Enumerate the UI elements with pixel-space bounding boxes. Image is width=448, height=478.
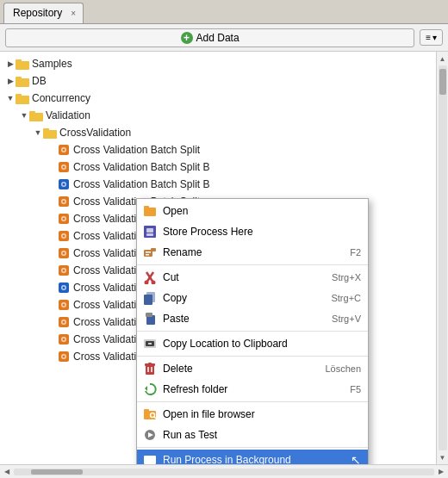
- svg-rect-12: [43, 130, 57, 139]
- horizontal-scrollbar[interactable]: ◀ ▶: [0, 464, 448, 478]
- ctx-item-refresh[interactable]: Refresh folder F5: [137, 379, 368, 400]
- ctx-item-delete[interactable]: Delete Löschen: [137, 358, 368, 379]
- tree-panel: ▶ Samples▶ DB▼ Concurrency▼ Validation▼ …: [0, 52, 448, 464]
- svg-point-48: [63, 338, 65, 341]
- tree-item-cv1[interactable]: Cross Validation Batch Split: [0, 141, 436, 158]
- svg-rect-3: [16, 77, 22, 80]
- toggle-icon[interactable]: ▼: [33, 127, 43, 138]
- scroll-track[interactable]: [439, 65, 447, 450]
- ctx-icon-delete: [142, 361, 158, 376]
- tab-bar: Repository ×: [0, 0, 448, 24]
- hscroll-left-arrow[interactable]: ◀: [2, 467, 12, 477]
- svg-rect-58: [151, 248, 156, 251]
- tree-item-label: Samples: [32, 58, 72, 70]
- menu-button[interactable]: ≡ ▾: [420, 29, 443, 46]
- context-menu-divider: [137, 356, 368, 357]
- process-icon: [57, 195, 71, 208]
- ctx-item-filebrowser[interactable]: Open in file browser: [137, 404, 368, 425]
- folder-open-icon: [43, 126, 57, 140]
- toggle-icon[interactable]: ▶: [5, 59, 16, 69]
- svg-point-21: [63, 183, 65, 186]
- svg-rect-68: [146, 313, 152, 317]
- tree-item-db[interactable]: ▶ DB: [0, 72, 436, 90]
- folder-open-icon: [29, 109, 43, 122]
- svg-point-42: [63, 304, 65, 307]
- tree-item-label: Concurrency: [32, 92, 90, 104]
- ctx-item-cut[interactable]: Cut Strg+X: [137, 267, 368, 288]
- ctx-item-store[interactable]: Store Process Here: [137, 221, 368, 242]
- ctx-icon-copyloc: [142, 336, 158, 351]
- process-icon: [57, 315, 71, 329]
- add-data-button[interactable]: + Add Data: [5, 28, 414, 47]
- svg-rect-79: [144, 409, 149, 412]
- tab-close-button[interactable]: ×: [71, 9, 76, 18]
- svg-rect-1: [16, 59, 22, 63]
- svg-rect-9: [29, 113, 43, 121]
- ctx-label-copyloc: Copy Location to Clipboard: [163, 338, 361, 350]
- svg-rect-74: [148, 363, 152, 364]
- folder-open-icon: [16, 91, 29, 105]
- tree-item-label: CrossValidation: [59, 127, 131, 139]
- tree-item-cv3[interactable]: Cross Validation Batch Split B: [0, 176, 436, 193]
- toggle-icon[interactable]: ▼: [5, 93, 16, 103]
- tree-item-label: Validation: [46, 109, 90, 121]
- ctx-label-delete: Delete: [163, 363, 320, 375]
- process-icon: [57, 177, 71, 191]
- svg-rect-53: [144, 206, 149, 208]
- process-icon: [57, 143, 71, 157]
- ctx-icon-paste: [142, 311, 158, 326]
- ctx-item-paste[interactable]: Paste Strg+V: [137, 308, 368, 329]
- scroll-up-arrow[interactable]: ▲: [438, 53, 448, 64]
- tree-item-concurrency[interactable]: ▼ Concurrency: [0, 90, 436, 107]
- toggle-icon[interactable]: ▶: [5, 76, 16, 86]
- svg-rect-56: [146, 233, 153, 236]
- svg-rect-66: [144, 295, 152, 305]
- ctx-icon-open: [142, 203, 158, 219]
- svg-point-39: [63, 287, 65, 289]
- ctx-label-copy: Copy: [163, 292, 326, 304]
- ctx-label-open: Open: [163, 205, 361, 217]
- svg-point-30: [63, 235, 65, 238]
- ctx-shortcut-cut: Strg+X: [332, 272, 361, 282]
- ctx-label-rename: Rename: [163, 246, 345, 258]
- context-menu-divider: [137, 264, 368, 265]
- process-icon: [57, 246, 71, 260]
- hscroll-right-arrow[interactable]: ▶: [436, 467, 446, 477]
- ctx-shortcut-delete: Löschen: [325, 363, 361, 374]
- tree-item-samples[interactable]: ▶ Samples: [0, 55, 436, 72]
- process-icon: [57, 298, 71, 312]
- toolbar: + Add Data ≡ ▾: [0, 24, 448, 52]
- process-icon: [57, 212, 71, 226]
- ctx-shortcut-copy: Strg+C: [331, 293, 361, 303]
- ctx-item-copyloc[interactable]: Copy Location to Clipboard: [137, 333, 368, 354]
- tree-item-validation[interactable]: ▼ Validation: [0, 107, 436, 124]
- process-icon: [57, 160, 71, 174]
- tree-item-crossvalidation[interactable]: ▼ CrossValidation: [0, 124, 436, 141]
- svg-point-36: [63, 270, 65, 272]
- context-menu: Open Store Process Here Rename F2 Cut St…: [136, 198, 369, 464]
- ctx-label-filebrowser: Open in file browser: [163, 408, 361, 420]
- ctx-item-runtest[interactable]: Run as Test: [137, 425, 368, 445]
- context-menu-divider: [137, 331, 368, 332]
- svg-rect-55: [146, 228, 153, 233]
- vertical-scrollbar[interactable]: ▲ ▼: [436, 52, 448, 464]
- hscroll-thumb[interactable]: [31, 469, 83, 475]
- tree-item-cv2[interactable]: Cross Validation Batch Split B: [0, 158, 436, 176]
- svg-point-15: [63, 149, 65, 152]
- svg-marker-77: [145, 386, 147, 391]
- repository-tab[interactable]: Repository ×: [3, 3, 84, 23]
- hscroll-track[interactable]: [14, 469, 434, 475]
- tree-item-label: Cross Validation Batch Split B: [73, 161, 210, 173]
- ctx-item-rename[interactable]: Rename F2: [137, 242, 368, 263]
- scroll-thumb[interactable]: [439, 69, 446, 95]
- ctx-item-open[interactable]: Open: [137, 201, 368, 221]
- tree-item-label: DB: [32, 75, 47, 87]
- ctx-shortcut-rename: F2: [350, 247, 361, 258]
- scroll-down-arrow[interactable]: ▼: [438, 452, 448, 462]
- svg-point-33: [63, 252, 65, 255]
- ctx-item-copy[interactable]: Copy Strg+C: [137, 288, 368, 308]
- ctx-label-store: Store Process Here: [163, 226, 361, 238]
- add-data-label: Add Data: [196, 32, 240, 44]
- ctx-item-runbg[interactable]: Run Process in Background ↖: [137, 450, 368, 464]
- toggle-icon[interactable]: ▼: [19, 110, 29, 121]
